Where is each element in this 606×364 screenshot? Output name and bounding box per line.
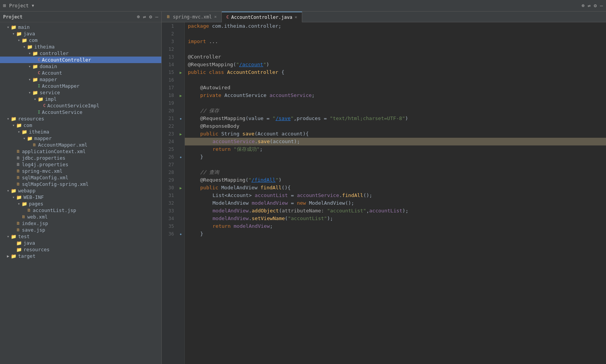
- tree-item-pages[interactable]: ▾ 📁 pages: [0, 200, 161, 207]
- globe-sidebar-icon[interactable]: ⊕: [137, 14, 140, 20]
- tree-item-webapp[interactable]: ▾ 📁 webapp: [0, 187, 161, 194]
- tree-item-accountlistjsp[interactable]: 🗎 accountList.jsp: [0, 207, 161, 214]
- tree-item-com[interactable]: ▾ 📁 com: [0, 37, 161, 43]
- filter-icon[interactable]: ⇌: [143, 14, 146, 20]
- tree-item-applicationcontextxml[interactable]: 🗎 applicationContext.xml: [0, 148, 161, 155]
- tree-item-java2[interactable]: 📁 java: [0, 240, 161, 246]
- tree-item-jdbcprops[interactable]: 🗎 jdbc.properties: [0, 155, 161, 161]
- dash-sidebar-icon[interactable]: —: [155, 14, 158, 20]
- tree-item-sqlmapconfigxml[interactable]: 🗎 sqlMapConfig.xml: [0, 174, 161, 181]
- tree-item-domain[interactable]: ▾ 📁 domain: [0, 63, 161, 70]
- gutter-arrow-15[interactable]: ▶: [179, 70, 182, 75]
- code-editor[interactable]: 1 2 3 12 13 14 15 16 17 18 19 20 21 22 2…: [162, 22, 606, 364]
- gutter-3: [177, 38, 184, 45]
- tree-item-indexjsp[interactable]: 🗎 index.jsp: [0, 220, 161, 227]
- settings-icon[interactable]: ⚙: [594, 3, 597, 8]
- gutter-36[interactable]: ◆: [177, 230, 184, 238]
- line-numbers: 1 2 3 12 13 14 15 16 17 18 19 20 21 22 2…: [162, 22, 177, 364]
- code-line-22: @ResponseBody: [185, 122, 606, 130]
- gutter-arrow-30[interactable]: ▶: [179, 186, 182, 190]
- code-line-27: [185, 161, 606, 169]
- code-line-35: return modelAndView;: [185, 222, 606, 230]
- code-line-15: public class AccountController {: [185, 68, 606, 76]
- code-line-16: [185, 76, 606, 84]
- gutter-19: [177, 99, 184, 107]
- gutter-arrow-23[interactable]: ▶: [179, 132, 182, 136]
- tree-item-accountmapperxml[interactable]: 🗎 AccountMapper.xml: [0, 142, 161, 148]
- gutter-24: [177, 138, 184, 145]
- tree-item-sqlmapconfigspringxml[interactable]: 🗎 sqlMapConfig-spring.xml: [0, 181, 161, 187]
- globe-icon[interactable]: ⊕: [582, 3, 585, 8]
- main-layout: Project ⊕ ⇌ ⚙ — ▾ 📁 main ▾ 📁 java: [0, 12, 606, 364]
- gutter-arrow-18[interactable]: ▶: [179, 94, 182, 98]
- tree-item-resources2[interactable]: 📁 resources: [0, 246, 161, 253]
- tree-item-mapper[interactable]: ▾ 📁 mapper: [0, 76, 161, 83]
- tree-item-test[interactable]: ▾ 📁 test: [0, 233, 161, 240]
- gutter-34: [177, 215, 184, 222]
- code-line-31: List<Account> accountList = accountServi…: [185, 192, 606, 199]
- tree-item-accountserviceimpl[interactable]: C AccountServiceImpl: [0, 102, 161, 109]
- code-line-14: @RequestMapping("/account"): [185, 61, 606, 68]
- sidebar-header: Project ⊕ ⇌ ⚙ —: [0, 12, 161, 22]
- xml-tab-icon: 🗎: [166, 14, 171, 19]
- gutter-diamond-36[interactable]: ◆: [180, 232, 182, 236]
- tab-spring-mvc[interactable]: 🗎 spring-mvc.xml ✕: [162, 12, 222, 22]
- gutter-21[interactable]: ◆: [177, 115, 184, 122]
- tree-item-itheima[interactable]: ▾ 📁 itheima: [0, 43, 161, 50]
- gear-sidebar-icon[interactable]: ⚙: [149, 14, 152, 20]
- tab-accountcontroller-label: AccountController.java: [231, 15, 292, 20]
- tree-item-itheima2[interactable]: ▾ 📁 itheima: [0, 129, 161, 135]
- tree-item-mapper2[interactable]: ▾ 📁 mapper: [0, 135, 161, 142]
- tree-item-target[interactable]: ▶ 📁 target: [0, 253, 161, 259]
- equalizer-icon[interactable]: ⇌: [588, 3, 591, 8]
- tree-item-com2[interactable]: ▾ 📁 com: [0, 122, 161, 129]
- code-line-17: @Autowired: [185, 84, 606, 92]
- gutter-diamond-21[interactable]: ◆: [180, 117, 182, 120]
- tree-item-accountmapper[interactable]: I AccountMapper: [0, 83, 161, 89]
- project-icon: ⊞: [3, 3, 6, 8]
- gutter-26[interactable]: ◆: [177, 153, 184, 161]
- tab-accountcontroller[interactable]: C AccountController.java ✕: [222, 12, 302, 22]
- tree-item-accountcontroller[interactable]: C AccountController: [0, 57, 161, 63]
- tree-item-log4jprops[interactable]: 🗎 log4j.properties: [0, 161, 161, 168]
- gutter-18[interactable]: ▶: [177, 92, 184, 99]
- tab-bar: 🗎 spring-mvc.xml ✕ C AccountController.j…: [162, 12, 606, 22]
- tree-item-webxml[interactable]: 🗎 web.xml: [0, 214, 161, 220]
- java-tab-icon: C: [226, 15, 229, 20]
- minimize-icon[interactable]: —: [600, 3, 603, 8]
- code-line-30: public ModelAndView findAll(){: [185, 184, 606, 192]
- title-bar-controls: ⊕ ⇌ ⚙ —: [582, 3, 603, 8]
- tree-item-springmvcxml[interactable]: 🗎 spring-mvc.xml: [0, 168, 161, 174]
- gutter-28: [177, 169, 184, 176]
- tree-item-java[interactable]: ▾ 📁 java: [0, 30, 161, 37]
- code-line-36: }: [185, 230, 606, 238]
- tree-item-main[interactable]: ▾ 📁 main: [0, 24, 161, 30]
- gutter-30[interactable]: ▶: [177, 184, 184, 192]
- tree-item-impl[interactable]: ▾ 📁 impl: [0, 96, 161, 102]
- tree-item-resources[interactable]: ▾ 📁 resources: [0, 115, 161, 122]
- code-line-19: [185, 99, 606, 107]
- gutter: ▶ ▶ ◆ ▶ ◆ ▶ ◆: [177, 22, 185, 364]
- gutter-12: [177, 45, 184, 53]
- dropdown-arrow-icon[interactable]: ▼: [32, 3, 34, 8]
- gutter-diamond-26[interactable]: ◆: [180, 155, 182, 159]
- tree-item-controller[interactable]: ▾ 📁 controller: [0, 50, 161, 57]
- code-content[interactable]: package com.itheima.controller; import .…: [185, 22, 606, 364]
- tab-accountcontroller-close[interactable]: ✕: [295, 15, 297, 20]
- tree-item-service[interactable]: ▾ 📁 service: [0, 89, 161, 96]
- sidebar: Project ⊕ ⇌ ⚙ — ▾ 📁 main ▾ 📁 java: [0, 12, 162, 364]
- tab-spring-mvc-close[interactable]: ✕: [214, 14, 217, 19]
- gutter-20: [177, 107, 184, 115]
- gutter-15[interactable]: ▶: [177, 68, 184, 76]
- tree-item-webinf[interactable]: ▾ 📁 WEB-INF: [0, 194, 161, 200]
- gutter-23[interactable]: ▶: [177, 130, 184, 138]
- gutter-33: [177, 207, 184, 215]
- code-line-34: modelAndView.setViewName("accountList");: [185, 215, 606, 222]
- gutter-29: [177, 176, 184, 184]
- tree-item-accountservice[interactable]: I AccountService: [0, 109, 161, 115]
- code-line-1: package com.itheima.controller;: [185, 22, 606, 30]
- sidebar-header-icons: ⊕ ⇌ ⚙ —: [137, 14, 158, 20]
- tree-item-savejsp[interactable]: 🗎 save.jsp: [0, 227, 161, 233]
- code-line-12: [185, 45, 606, 53]
- tree-item-account[interactable]: C Account: [0, 70, 161, 76]
